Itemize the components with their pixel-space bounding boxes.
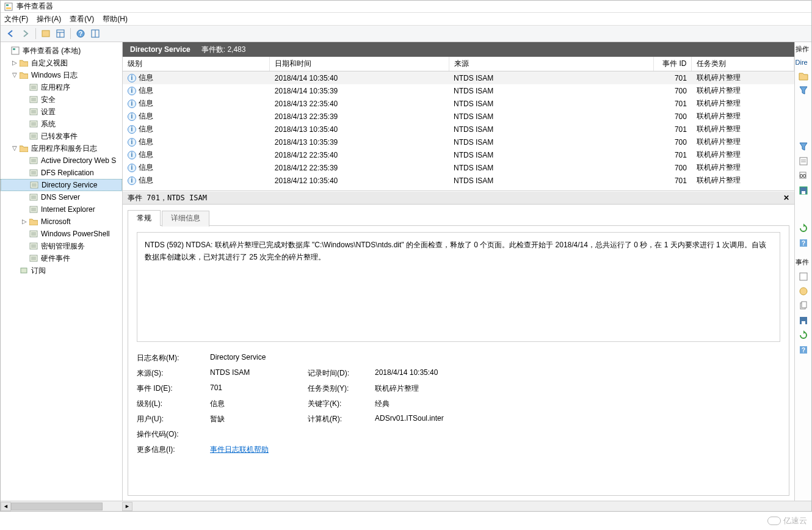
attach-task-icon[interactable] <box>799 286 808 296</box>
horizontal-scrollbar[interactable]: ◄ ► <box>1 501 811 511</box>
tree-log-item[interactable]: Internet Explorer <box>1 203 122 216</box>
event-count: 2,483 <box>227 45 245 54</box>
save-icon[interactable] <box>799 186 808 195</box>
help2-icon[interactable]: ? <box>799 238 808 248</box>
value-task: 联机碎片整理 <box>375 383 780 394</box>
show-tree-button[interactable] <box>39 27 53 40</box>
scroll-left-icon[interactable]: ◄ <box>1 502 11 511</box>
table-row[interactable]: i信息2018/4/14 10:35:39NTDS ISAM700联机碎片整理 <box>123 84 794 97</box>
svg-rect-12 <box>13 48 15 50</box>
label-logged: 记录时间(D): <box>308 368 375 379</box>
svg-rect-1 <box>6 4 9 6</box>
actions-subheader2: 事件 <box>796 258 811 267</box>
tree-subscriptions[interactable]: 订阅 <box>1 264 122 277</box>
value-user: 暂缺 <box>210 414 308 424</box>
tab-general[interactable]: 常规 <box>128 210 161 226</box>
help-button[interactable]: ? <box>74 27 87 40</box>
col-header-date[interactable]: 日期和时间 <box>270 57 449 71</box>
collapse-icon[interactable]: ▽ <box>10 142 19 154</box>
table-row[interactable]: i信息2018/4/13 10:35:39NTDS ISAM700联机碎片整理 <box>123 136 794 148</box>
table-row[interactable]: i信息2018/4/12 22:35:39NTDS ISAM700联机碎片整理 <box>123 161 794 174</box>
table-row[interactable]: i信息2018/4/13 22:35:40NTDS ISAM701联机碎片整理 <box>123 97 794 110</box>
tree-log-item[interactable]: Windows PowerShell <box>1 228 122 240</box>
tree-log-item[interactable]: 安全 <box>1 93 122 106</box>
label-opcode: 操作代码(O): <box>137 429 210 440</box>
detail-header: 事件 701，NTDS ISAM ✕ <box>123 191 794 205</box>
refresh-icon[interactable] <box>799 223 808 233</box>
tree-windows-logs[interactable]: ▽Windows 日志 <box>1 69 122 81</box>
tree-app-service-logs[interactable]: ▽应用程序和服务日志 <box>1 142 122 154</box>
col-header-source[interactable]: 来源 <box>449 57 653 71</box>
label-keywords: 关键字(K): <box>308 399 375 409</box>
tree-log-item[interactable]: 应用程序 <box>1 81 122 93</box>
col-header-task[interactable]: 任务类别 <box>692 57 794 71</box>
panel-button-1[interactable] <box>54 27 67 40</box>
copy-icon[interactable] <box>799 301 808 311</box>
panel-button-2[interactable] <box>89 27 102 40</box>
separator <box>35 28 36 39</box>
actions-header: 操作 <box>796 45 811 54</box>
cloud-icon <box>767 517 781 525</box>
scroll-right-icon[interactable]: ► <box>122 502 132 511</box>
label-source: 来源(S): <box>137 368 210 379</box>
label-level: 级别(L): <box>137 399 210 409</box>
refresh2-icon[interactable] <box>799 330 808 340</box>
tab-details[interactable]: 详细信息 <box>162 211 209 227</box>
svg-rect-3 <box>42 31 49 37</box>
tree-root[interactable]: 事件查看器 (本地) <box>1 45 122 57</box>
back-button[interactable] <box>4 27 18 40</box>
menu-action[interactable]: 操作(A) <box>37 14 61 24</box>
svg-text:?: ? <box>801 240 805 247</box>
close-icon[interactable]: ✕ <box>783 194 789 202</box>
expand-icon[interactable]: ▷ <box>10 57 19 69</box>
tree-log-item[interactable]: 系统 <box>1 118 122 130</box>
svg-rect-11 <box>12 47 19 54</box>
col-header-level[interactable]: 级别 <box>123 57 270 71</box>
svg-rect-78 <box>802 302 807 308</box>
info-icon: i <box>128 151 136 159</box>
forward-button[interactable] <box>19 27 32 40</box>
tree-log-item[interactable]: 密钥管理服务 <box>1 240 122 252</box>
value-source: NTDS ISAM <box>210 368 308 379</box>
table-row[interactable]: i信息2018/4/12 22:35:40NTDS ISAM701联机碎片整理 <box>123 148 794 161</box>
tree-log-item[interactable]: Directory Service <box>1 179 122 191</box>
table-row[interactable]: i信息2018/4/14 10:35:40NTDS ISAM701联机碎片整理 <box>123 71 794 85</box>
tree-pane[interactable]: 事件查看器 (本地) ▷自定义视图 ▽Windows 日志 应用程序安全设置系统… <box>1 42 123 501</box>
menu-help[interactable]: 帮助(H) <box>103 14 128 24</box>
save2-icon[interactable] <box>799 316 808 325</box>
actions-pane: 操作 Dire 00 ? 事件 ? <box>794 42 811 501</box>
table-row[interactable]: i信息2018/4/12 10:35:40NTDS ISAM701联机碎片整理 <box>123 174 794 187</box>
event-grid[interactable]: 级别 日期和时间 来源 事件 ID 任务类别 i信息2018/4/14 10:3… <box>123 57 794 191</box>
col-header-id[interactable]: 事件 ID <box>653 57 692 71</box>
find-icon[interactable]: 00 <box>799 171 808 181</box>
tree-log-item[interactable]: ▷Microsoft <box>1 216 122 228</box>
open-log-icon[interactable] <box>799 71 808 81</box>
app-icon <box>4 2 13 11</box>
tree-log-item[interactable]: DFS Replication <box>1 167 122 179</box>
info-icon: i <box>128 100 136 108</box>
tree-log-item[interactable]: 硬件事件 <box>1 252 122 264</box>
tree-log-item[interactable]: 设置 <box>1 106 122 118</box>
filter2-icon[interactable] <box>799 142 808 151</box>
table-row[interactable]: i信息2018/4/13 10:35:40NTDS ISAM701联机碎片整理 <box>123 123 794 136</box>
event-prop-icon[interactable] <box>799 272 808 281</box>
menu-view[interactable]: 查看(V) <box>70 14 94 24</box>
collapse-icon[interactable]: ▽ <box>10 69 19 81</box>
tree-log-item[interactable]: DNS Server <box>1 191 122 203</box>
filter-icon[interactable] <box>799 85 808 95</box>
table-row[interactable]: i信息2018/4/13 22:35:39NTDS ISAM700联机碎片整理 <box>123 110 794 123</box>
scroll-thumb[interactable] <box>11 503 103 510</box>
properties-icon[interactable] <box>799 156 808 166</box>
detail-title: 事件 701，NTDS ISAM <box>128 193 207 203</box>
svg-rect-66 <box>800 158 807 165</box>
tree-log-item[interactable]: 已转发事件 <box>1 130 122 142</box>
moreinfo-link[interactable]: 事件日志联机帮助 <box>210 445 269 454</box>
info-icon: i <box>128 164 136 172</box>
help3-icon[interactable]: ? <box>799 345 808 355</box>
menu-file[interactable]: 文件(F) <box>4 14 28 24</box>
tree-log-item[interactable]: Active Directory Web S <box>1 154 122 167</box>
tree-custom-views[interactable]: ▷自定义视图 <box>1 57 122 69</box>
log-title: Directory Service <box>130 45 190 54</box>
info-icon: i <box>128 125 136 134</box>
label-logname: 日志名称(M): <box>137 353 210 363</box>
